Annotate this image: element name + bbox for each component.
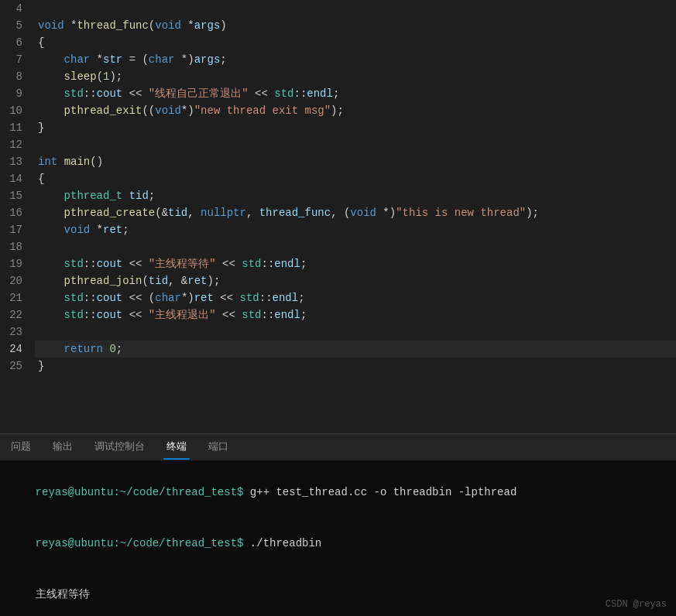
code-line-20: 20 pthread_join(tid, &ret); xyxy=(0,272,676,289)
code-line-15: 15 pthread_t tid; xyxy=(0,187,676,204)
terminal-line-2: reyas@ubuntu:~/code/thread_test$ ./threa… xyxy=(9,518,667,569)
code-line-25: 25 } xyxy=(0,358,676,375)
tab-ports[interactable]: 端口 xyxy=(205,435,232,460)
code-line-17: 17 void *ret; xyxy=(0,221,676,238)
code-line-10: 10 pthread_exit((void*)"new thread exit … xyxy=(0,102,676,119)
code-line-13: 13 int main() xyxy=(0,153,676,170)
tab-problems[interactable]: 问题 xyxy=(8,435,34,460)
code-line-4: 4 xyxy=(0,0,676,17)
code-line-21: 21 std::cout << (char*)ret << std::endl; xyxy=(0,289,676,306)
code-line-19: 19 std::cout << "主线程等待" << std::endl; xyxy=(0,255,676,272)
csdn-watermark: CSDN @reyas xyxy=(606,599,667,610)
terminal-output[interactable]: reyas@ubuntu:~/code/thread_test$ g++ tes… xyxy=(0,460,676,616)
tab-output[interactable]: 输出 xyxy=(50,435,76,460)
code-line-24: 24 return 0; xyxy=(0,341,676,358)
terminal-tabs-bar: 问题 输出 调试控制台 终端 端口 xyxy=(0,433,676,460)
code-line-6: 6 { xyxy=(0,34,676,51)
code-line-5: 5 void *thread_func(void *args) xyxy=(0,17,676,34)
code-editor: 4 5 void *thread_func(void *args) 6 { 7 … xyxy=(0,0,676,433)
code-line-16: 16 pthread_create(&tid, nullptr, thread_… xyxy=(0,204,676,221)
code-line-14: 14 { xyxy=(0,170,676,187)
terminal-line-3: 主线程等待 xyxy=(9,569,667,616)
code-line-8: 8 sleep(1); xyxy=(0,68,676,85)
code-line-23: 23 xyxy=(0,323,676,341)
code-line-12: 12 xyxy=(0,136,676,153)
code-line-9: 9 std::cout << "线程自己正常退出" << std::endl; xyxy=(0,85,676,102)
code-line-22: 22 std::cout << "主线程退出" << std::endl; xyxy=(0,306,676,323)
code-line-11: 11 } xyxy=(0,119,676,136)
tab-terminal[interactable]: 终端 xyxy=(163,435,190,460)
code-line-18: 18 xyxy=(0,238,676,255)
tab-debug-console[interactable]: 调试控制台 xyxy=(91,435,148,460)
terminal-line-1: reyas@ubuntu:~/code/thread_test$ g++ tes… xyxy=(9,467,667,518)
code-line-7: 7 char *str = (char *)args; xyxy=(0,51,676,68)
code-lines: 4 5 void *thread_func(void *args) 6 { 7 … xyxy=(0,0,676,375)
